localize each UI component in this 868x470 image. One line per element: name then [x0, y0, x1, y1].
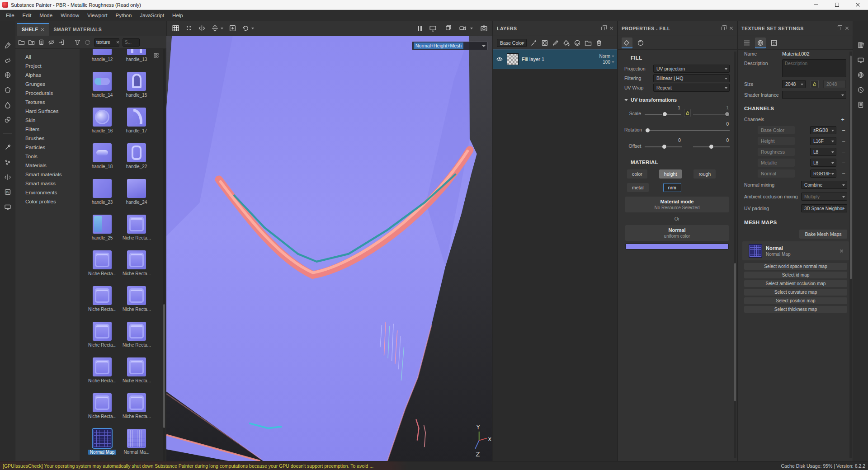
shelf-item[interactable]: handle_24	[123, 179, 151, 205]
layer-visibility-eye-icon[interactable]	[496, 56, 506, 63]
symmetry-tool-icon[interactable]	[3, 172, 13, 182]
menu-item-mode[interactable]: Mode	[35, 10, 57, 21]
viewport-canvas[interactable]: Y x Z Normal+Height+Mesh	[166, 36, 492, 461]
shelf-category-alphas[interactable]: Alphas	[15, 70, 80, 80]
shelf-item[interactable]: Niche Recta...	[123, 322, 151, 348]
shelf-category-filters[interactable]: Filters	[15, 125, 80, 134]
channel-chip-rough[interactable]: rough	[693, 169, 716, 179]
grid-view-icon[interactable]	[153, 52, 159, 59]
shelf-item[interactable]: Normal Ma...	[123, 429, 151, 455]
shelf-category-all[interactable]: All	[15, 52, 80, 61]
layer-thumbnail[interactable]	[507, 53, 519, 65]
log-dock-icon[interactable]	[856, 100, 866, 110]
symmetry-x-icon[interactable]	[198, 24, 206, 32]
channel-base-color[interactable]: Base Color	[758, 126, 795, 134]
import-resources-icon[interactable]	[58, 39, 65, 46]
shelf-category-materials[interactable]: Materials	[15, 161, 80, 170]
eraser-tool-icon[interactable]	[3, 55, 13, 65]
add-effect-icon[interactable]	[574, 39, 581, 47]
float-panel-icon[interactable]	[837, 27, 840, 30]
channel-filter-select[interactable]: Base Color	[497, 39, 527, 47]
copy-icon[interactable]	[38, 39, 45, 46]
uv-tab[interactable]	[769, 38, 779, 48]
particles-tool-icon[interactable]	[3, 157, 13, 167]
shelf-category-tools[interactable]: Tools	[15, 152, 80, 161]
blend-mode-select[interactable]: Norm	[599, 54, 614, 59]
material-picker-tool-icon[interactable]	[3, 142, 13, 152]
shelf-category-color-profiles[interactable]: Color profiles	[15, 197, 80, 206]
select-position-map-button[interactable]: Select position map	[744, 297, 847, 304]
shader-instance-select[interactable]	[782, 91, 846, 99]
bake-mesh-maps-button[interactable]: Bake Mesh Maps	[799, 230, 847, 239]
shelf-search-secondary-input[interactable]	[123, 38, 140, 47]
shelf-item[interactable]: Niche Recta...	[123, 250, 151, 276]
remove-channel-icon[interactable]	[840, 127, 847, 134]
float-panel-icon[interactable]	[601, 27, 605, 30]
shelf-item[interactable]: handle_13	[123, 49, 151, 62]
add-fill-layer-icon[interactable]	[563, 39, 570, 47]
display-settings-dock-icon[interactable]	[856, 55, 866, 65]
hide-icon[interactable]	[48, 39, 55, 46]
select-curvature-map-button[interactable]: Select curvature map	[744, 289, 847, 296]
shelf-item[interactable]: handle_15	[123, 72, 151, 98]
channel-chip-color[interactable]: color	[627, 169, 647, 179]
shelf-item[interactable]: handle_18	[88, 143, 116, 169]
description-field[interactable]	[782, 59, 846, 77]
select-id-map-button[interactable]: Select id map	[744, 272, 847, 278]
shelf-item[interactable]: handle_12	[88, 49, 116, 62]
menu-item-file[interactable]: File	[2, 10, 19, 21]
height-format-select[interactable]: L16F	[810, 137, 836, 145]
select-world-space-normal-map-button[interactable]: Select world space normal map	[744, 263, 847, 270]
uv-transformations-header[interactable]: UV transformations	[624, 97, 730, 103]
pause-engine-icon[interactable]	[418, 26, 422, 31]
menu-item-javascript[interactable]: JavaScript	[136, 10, 168, 21]
menu-item-edit[interactable]: Edit	[19, 10, 36, 21]
shelf-item-selected[interactable]: Normal Map	[88, 429, 116, 455]
menu-item-python[interactable]: Python	[112, 10, 136, 21]
shelf-category-project[interactable]: Project	[15, 61, 80, 70]
add-channel-icon[interactable]	[839, 116, 846, 123]
shelf-item[interactable]: Niche Recta...	[88, 322, 116, 348]
properties-fill-tab[interactable]	[622, 38, 632, 48]
channel-roughness[interactable]: Roughness	[758, 148, 795, 156]
texture-grid-icon[interactable]	[172, 24, 179, 32]
shelf-category-brushes[interactable]: Brushes	[15, 134, 80, 143]
shelf-item[interactable]: Niche Recta...	[123, 393, 151, 419]
rotation-slider[interactable]: 0	[646, 122, 730, 133]
shelf-item[interactable]: handle_22	[123, 143, 151, 169]
opacity-select[interactable]: 100	[603, 60, 614, 65]
lazy-mouse-icon[interactable]	[185, 24, 193, 32]
close-panel-icon[interactable]	[845, 26, 849, 30]
menu-item-window[interactable]: Window	[57, 10, 83, 21]
history-icon[interactable]	[242, 24, 250, 32]
shelf-item[interactable]: Niche Recta...	[88, 357, 116, 383]
render-display-icon[interactable]	[3, 202, 13, 212]
base-color-format-select[interactable]: sRGB8	[810, 126, 836, 134]
shelf-category-smart-masks[interactable]: Smart masks	[15, 179, 80, 188]
folder-icon[interactable]	[18, 39, 25, 46]
scale-y-slider[interactable]: 1	[693, 105, 730, 117]
screenshot-camera-icon[interactable]	[480, 24, 488, 32]
paint-tool-icon[interactable]	[3, 40, 13, 50]
remove-map-icon[interactable]	[840, 249, 844, 253]
chevron-down-icon[interactable]	[251, 28, 254, 29]
chevron-down-icon[interactable]	[470, 28, 473, 29]
symmetry-plane-icon[interactable]	[211, 24, 219, 32]
shelf-item[interactable]: Niche Recta...	[123, 286, 151, 312]
channel-metallic[interactable]: Metallic	[758, 159, 795, 167]
metallic-format-select[interactable]: L8	[810, 159, 836, 167]
filter-icon[interactable]	[74, 39, 81, 46]
tab-shelf[interactable]: SHELF	[17, 23, 49, 36]
remove-channel-icon[interactable]	[840, 148, 847, 155]
size-lock-button[interactable]	[811, 80, 819, 88]
shelf-item[interactable]: Niche Recta...	[88, 393, 116, 419]
texture-set-list-tab[interactable]	[741, 38, 752, 48]
camera-mode-icon[interactable]	[459, 24, 467, 32]
close-tab-icon[interactable]	[41, 28, 44, 31]
shelf-category-particles[interactable]: Particles	[15, 143, 80, 152]
photoshop-plugin-icon[interactable]: Ps	[3, 187, 13, 197]
shelf-item[interactable]: handle_25	[88, 215, 116, 240]
clear-search-icon[interactable]	[116, 41, 119, 44]
normal-mixing-select[interactable]: Combine	[801, 181, 847, 189]
layer-row-fill-layer-1[interactable]: Fill layer 1 Norm 100	[493, 50, 617, 69]
